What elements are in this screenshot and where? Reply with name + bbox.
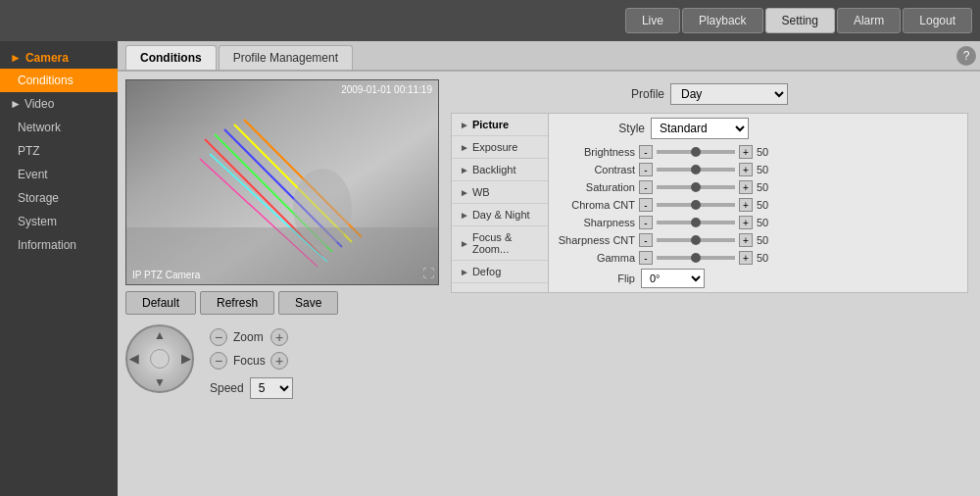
backlight-arrow-icon: ► <box>460 165 469 175</box>
saturation-plus[interactable]: + <box>739 180 753 194</box>
gamma-value: 50 <box>757 252 776 264</box>
nav-alarm-button[interactable]: Alarm <box>837 8 901 33</box>
gamma-minus[interactable]: - <box>639 251 653 265</box>
submenu-focus-zoom[interactable]: ► Focus & Zoom... <box>452 226 548 261</box>
controls-section: ▲ ▼ ◀ ▶ − Zoom + <box>125 321 439 399</box>
ptz-left-arrow[interactable]: ◀ <box>129 352 138 366</box>
chroma-track[interactable] <box>657 203 735 207</box>
profile-row: Profile Day Night Common <box>451 83 968 105</box>
focus-row: − Focus + <box>210 352 293 370</box>
profile-label: Profile <box>631 87 664 101</box>
brightness-plus[interactable]: + <box>739 145 753 159</box>
submenu-backlight[interactable]: ► Backlight <box>452 159 548 181</box>
zoom-minus-button[interactable]: − <box>210 328 227 346</box>
focus-plus-button[interactable]: + <box>270 352 288 370</box>
style-label: Style <box>557 122 645 135</box>
submenu-defog[interactable]: ► Defog <box>452 261 548 283</box>
camera-feed <box>126 80 438 284</box>
focus-minus-button[interactable]: − <box>210 352 227 370</box>
sidebar-item-storage[interactable]: Storage <box>0 186 118 210</box>
chroma-cnt-label: Chroma CNT <box>557 199 635 211</box>
saturation-track[interactable] <box>657 185 735 189</box>
sharpness-cnt-value: 50 <box>757 234 776 246</box>
style-select[interactable]: Standard Vivid Natural <box>651 118 749 139</box>
zoom-focus-controls: − Zoom + − Focus + <box>210 328 293 370</box>
sharpness-track[interactable] <box>657 221 735 224</box>
sidebar-item-conditions[interactable]: Conditions <box>0 69 118 92</box>
ptz-up-arrow[interactable]: ▲ <box>154 328 166 342</box>
slider-chroma-cnt: Chroma CNT - + 50 <box>557 198 959 212</box>
sidebar: ► Camera Conditions ► Video Network PTZ … <box>0 41 118 496</box>
sidebar-item-video[interactable]: ► Video <box>0 92 118 116</box>
ptz-down-arrow[interactable]: ▼ <box>154 375 166 389</box>
nav-playback-button[interactable]: Playback <box>682 8 763 33</box>
camera-overlay <box>126 80 438 284</box>
flip-row: Flip 0° 90° 180° 270° <box>557 269 959 288</box>
style-row: Style Standard Vivid Natural <box>557 118 959 139</box>
brightness-track[interactable] <box>657 150 735 154</box>
ptz-right-arrow[interactable]: ▶ <box>181 352 190 366</box>
contrast-minus[interactable]: - <box>639 163 653 176</box>
tab-profile-management[interactable]: Profile Management <box>219 45 353 70</box>
chroma-value: 50 <box>757 199 776 211</box>
default-button[interactable]: Default <box>125 291 196 315</box>
sidebar-camera-section[interactable]: ► Camera <box>0 45 118 69</box>
top-nav: Live Playback Setting Alarm Logout <box>0 0 980 41</box>
fullscreen-icon[interactable]: ⛶ <box>422 267 434 280</box>
contrast-plus[interactable]: + <box>739 163 753 176</box>
saturation-value: 50 <box>757 181 776 193</box>
camera-arrow-icon: ► <box>10 51 22 65</box>
sharpness-label: Sharpness <box>557 217 635 228</box>
chroma-plus[interactable]: + <box>739 198 753 212</box>
brightness-value: 50 <box>757 146 776 158</box>
contrast-track[interactable] <box>657 168 735 172</box>
speed-row: Speed 1234 567 8910 <box>210 377 293 399</box>
video-timestamp: 2009-01-01 00:11:19 <box>341 84 432 95</box>
contrast-value: 50 <box>757 164 776 175</box>
zoom-plus-button[interactable]: + <box>270 328 288 346</box>
gamma-plus[interactable]: + <box>739 251 753 265</box>
ptz-wheel[interactable]: ▲ ▼ ◀ ▶ <box>125 324 194 393</box>
save-button[interactable]: Save <box>278 291 338 315</box>
submenu-wb[interactable]: ► WB <box>452 181 548 204</box>
nav-live-button[interactable]: Live <box>625 8 680 33</box>
chroma-minus[interactable]: - <box>639 198 653 212</box>
help-icon[interactable]: ? <box>956 46 976 66</box>
profile-select[interactable]: Day Night Common <box>670 83 788 105</box>
refresh-button[interactable]: Refresh <box>200 291 274 315</box>
sharpness-cnt-plus[interactable]: + <box>739 233 753 247</box>
speed-label: Speed <box>210 381 244 395</box>
nav-setting-button[interactable]: Setting <box>765 8 835 33</box>
sharpness-minus[interactable]: - <box>639 216 653 229</box>
wb-arrow-icon: ► <box>460 187 469 198</box>
sharpness-plus[interactable]: + <box>739 216 753 229</box>
sidebar-item-ptz[interactable]: PTZ <box>0 139 118 163</box>
nav-logout-button[interactable]: Logout <box>903 8 972 33</box>
sharpness-value: 50 <box>757 217 776 228</box>
submenu-picture[interactable]: ► Picture <box>452 114 548 136</box>
ptz-center[interactable] <box>150 349 170 369</box>
submenu-exposure[interactable]: ► Exposure <box>452 136 548 159</box>
sidebar-item-event[interactable]: Event <box>0 163 118 186</box>
settings-panel: Style Standard Vivid Natural Brightness <box>549 113 968 293</box>
sidebar-item-network[interactable]: Network <box>0 116 118 139</box>
sharpness-cnt-minus[interactable]: - <box>639 233 653 247</box>
flip-select[interactable]: 0° 90° 180° 270° <box>641 269 705 288</box>
tab-conditions[interactable]: Conditions <box>125 45 217 70</box>
content-area: Conditions Profile Management ? <box>118 41 980 496</box>
main-layout: ► Camera Conditions ► Video Network PTZ … <box>0 41 980 496</box>
slider-gamma: Gamma - + 50 <box>557 251 959 265</box>
video-arrow-icon: ► <box>10 97 22 111</box>
zoom-focus-panel: − Zoom + − Focus + Speed <box>210 324 293 399</box>
focuszoom-arrow-icon: ► <box>460 238 469 249</box>
brightness-minus[interactable]: - <box>639 145 653 159</box>
focus-label: Focus <box>233 354 265 368</box>
sidebar-item-system[interactable]: System <box>0 210 118 233</box>
sidebar-item-information[interactable]: Information <box>0 233 118 257</box>
saturation-minus[interactable]: - <box>639 180 653 194</box>
speed-select[interactable]: 1234 567 8910 <box>250 377 293 399</box>
sharpness-cnt-track[interactable] <box>657 238 735 242</box>
ptz-circle[interactable]: ▲ ▼ ◀ ▶ <box>125 324 194 393</box>
gamma-track[interactable] <box>657 256 735 260</box>
submenu-day-night[interactable]: ► Day & Night <box>452 204 548 226</box>
